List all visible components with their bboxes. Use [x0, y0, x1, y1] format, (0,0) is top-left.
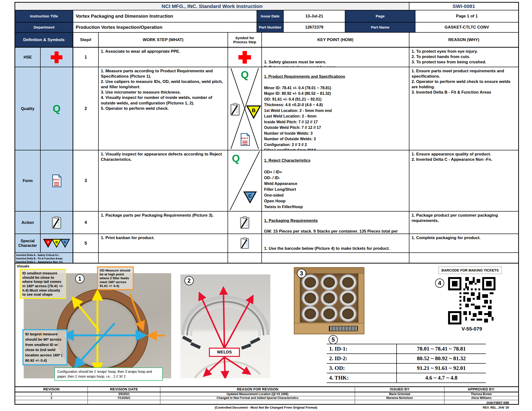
docs-icon: DOCS	[240, 133, 250, 146]
quality-q-icon: Q	[241, 70, 249, 80]
rev-cell: Alicia Williams	[445, 396, 518, 400]
callout-od-measure: OD Measure should be at high point where…	[97, 266, 134, 290]
issue-date-label: Issue Date	[257, 10, 284, 22]
definition-icon-cell-special: A B C	[41, 234, 73, 253]
form-number-block: QA8-F0007-SWI REV. REL. JAN '20	[411, 400, 509, 410]
page-label: Page	[345, 10, 416, 22]
gasket-stack	[340, 306, 356, 321]
picture2-welds-photo: WELDS	[180, 274, 270, 378]
rev-cell-empty	[160, 400, 355, 404]
picture4-number-badge: 4	[435, 279, 444, 288]
gasket-stack	[302, 275, 318, 290]
document-number: SWI-0081	[409, 3, 518, 10]
inverted-delta-c-icon: C	[60, 238, 70, 248]
picture3-packaging-photo	[294, 267, 364, 334]
form-number: QA8-F0007-SWI	[411, 400, 509, 405]
docs-icon: DOCS	[51, 174, 62, 187]
rev-cell: 1	[15, 392, 88, 396]
empty-cell	[409, 253, 518, 263]
inverted-delta-b-icon: B	[246, 105, 261, 119]
dim-value: 80.52 ~ 80.92 ~ 81.32	[397, 354, 486, 364]
rev-cell: 2	[15, 396, 88, 400]
gasket-stack	[321, 275, 337, 290]
gasket-stack	[321, 291, 337, 306]
form-revision: REV. REL. JAN '20	[411, 405, 509, 410]
svg-text:A: A	[47, 240, 49, 244]
col-header-definition: Definition & Symbols	[15, 33, 73, 48]
key-point-cell: 1. Product Requirements and Specificatio…	[262, 67, 409, 150]
symbol-cell-hse	[228, 48, 262, 67]
clipboard-pencil-icon	[239, 216, 250, 229]
svg-text:B: B	[55, 240, 58, 244]
document-title: NCI MFG., INC. Standard Work Instruction	[15, 3, 409, 10]
barcode-id: V-55-079	[448, 326, 495, 332]
reason-cell: 1. Package product per customer packagin…	[409, 212, 518, 234]
step-number: 1	[73, 48, 99, 67]
step-number: 2	[73, 67, 99, 150]
empty-cell	[228, 253, 262, 263]
configuration-note: Configuration should be 2 'wraps' hoop, …	[54, 367, 163, 381]
rev-cell: 3/5/2021	[88, 392, 160, 396]
symbol-cell-form: Q C	[228, 150, 262, 212]
legend-line-b: Inverted Delta B - Fit & Function Areas	[16, 257, 72, 260]
work-step-cell: 1. Associate to wear all appropriate PPE…	[99, 48, 228, 67]
rev-col-header: ISSUED BY	[355, 387, 445, 392]
gasket-stack	[340, 275, 356, 290]
dim-label: 1. ID-1:	[327, 344, 397, 354]
dim-value: 91.21 ~ 91.61 ~ 92.01	[397, 364, 486, 373]
rev-cell-empty	[88, 400, 160, 404]
quality-q-icon: Q	[53, 103, 61, 114]
key-point-body: Minor ID: 78.41 +/- 0.4 (78.01 ~ 78.81) …	[264, 85, 407, 151]
key-point-cell: 1. Packaging Requirements GM: 15 Pieces …	[262, 212, 409, 234]
definition-icon-cell-hse	[41, 48, 73, 67]
dim-label: 3. OD:	[327, 364, 397, 373]
svg-text:DOCS: DOCS	[53, 178, 60, 181]
picture1-number-badge: 1	[75, 274, 84, 283]
box-barcode-strip	[329, 326, 358, 331]
key-point-heading: 1. Product Requirements and Specificatio…	[264, 74, 407, 80]
svg-text:DOCS: DOCS	[241, 137, 248, 140]
key-point-cell: 1. Reject Characteristics OD+ / ID+ OD- …	[262, 150, 409, 212]
empty-cell	[99, 253, 228, 263]
rev-cell: Changed to New Format and Added Special …	[160, 396, 355, 400]
qr-code-graphic	[448, 277, 495, 325]
callout-id-smallest: ID smallest measure should be close to w…	[19, 269, 66, 299]
part-name-label: Part Name	[345, 22, 416, 33]
welds-arrows-overlay	[180, 274, 270, 378]
rev-cell: 7/13/2021	[88, 396, 160, 400]
work-instruction-table: Definition & Symbols Step# WORK STEP (WH…	[15, 33, 518, 263]
key-point-body: 1. Use the barcode below (Picture 4) to …	[264, 246, 407, 251]
key-point-body: OD+ / ID+ OD- / ID- Weld Appearance Fill…	[264, 169, 407, 212]
definition-icon-cell-form: DOCS	[41, 150, 73, 212]
inverted-delta-legend: Inverted Delta A - Safety Critical Fn. .…	[15, 253, 73, 263]
col-header-symbol: Symbol for Process Step	[228, 33, 262, 48]
rev-cell: Theresa Brown	[445, 392, 518, 396]
gasket-stack	[302, 291, 318, 306]
definition-icon-cell-action	[41, 212, 73, 234]
rev-col-header: REVISION DATE	[88, 387, 160, 392]
rev-col-header: REVISON	[15, 387, 88, 392]
gasket-stack	[302, 306, 318, 321]
rev-cell-empty	[15, 400, 88, 404]
dim-label: 2. ID-2:	[327, 354, 397, 364]
part-name-value: GASKET-CTLTC CONV	[416, 22, 518, 33]
symbol-cell-special	[228, 234, 262, 253]
key-point-cell: 1. Safety glasses must be worn. 2. Cut r…	[262, 48, 409, 67]
instruction-title-label: Instruction Title	[15, 10, 73, 22]
gasket-stack	[340, 291, 356, 306]
step-number: 3	[73, 150, 99, 212]
red-cross-icon	[238, 51, 251, 64]
inverted-delta-c-icon: C	[243, 191, 257, 204]
visuals-heading: Visuals	[17, 264, 29, 268]
work-step-cell: 1. Print kanban for product.	[99, 234, 228, 253]
svg-text:C: C	[64, 240, 66, 244]
col-header-reason: REASON (WHY)	[409, 33, 518, 48]
reason-cell: 1. To protect eyes from eye injury. 2. T…	[409, 48, 518, 67]
legend-line-a: Inverted Delta A - Safety Critical Fn. .	[16, 254, 72, 257]
picture5-number-badge: 5	[329, 335, 338, 344]
col-header-work-step: WORK STEP (WHAT)	[99, 33, 228, 48]
title-row: NCI MFG., INC. Standard Work Instruction…	[15, 3, 518, 10]
key-point-heading: 1. Reject Characteristics	[264, 157, 407, 163]
key-point-cell: 1. Use the barcode below (Picture 4) to …	[262, 234, 409, 253]
svg-text:B: B	[252, 107, 256, 113]
